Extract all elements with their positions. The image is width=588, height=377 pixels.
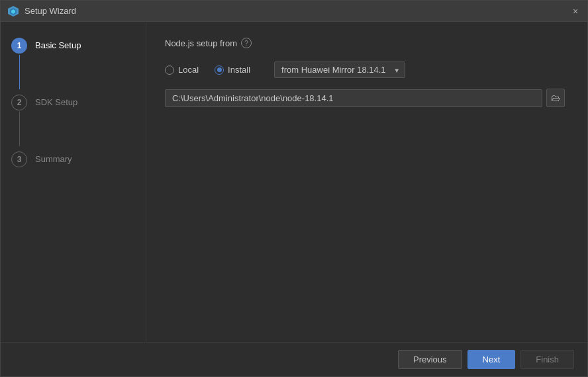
radio-install[interactable]: Install [215, 65, 250, 75]
path-input[interactable] [165, 89, 542, 107]
radio-install-label: Install [228, 65, 250, 75]
step-2-connector [19, 112, 20, 146]
setup-wizard-window: Setup Wizard × 1 Basic Setup 2 [0, 0, 588, 377]
step-1-connector [19, 55, 20, 89]
finish-button[interactable]: Finish [520, 350, 574, 369]
radio-local-outer [165, 65, 174, 75]
sidebar-item-sdk-setup[interactable]: 2 SDK Setup [1, 92, 146, 149]
radio-install-outer [215, 65, 224, 75]
radio-local-label: Local [178, 65, 199, 75]
titlebar: Setup Wizard × [1, 1, 587, 22]
section-title-text: Node.js setup from [165, 38, 237, 48]
step-2-left: 2 [11, 95, 27, 146]
path-row: 🗁 [165, 89, 569, 107]
mirror-select[interactable]: from Huawei Mirror 18.14.1 from Official… [274, 62, 405, 78]
mirror-select-wrap: from Huawei Mirror 18.14.1 from Official… [274, 62, 405, 78]
step-1-left: 1 [11, 38, 27, 89]
content-area: Node.js setup from ? Local Install [146, 22, 587, 342]
step-1-circle: 1 [11, 38, 27, 54]
footer: Previous Next Finish [1, 342, 587, 376]
help-icon[interactable]: ? [241, 38, 252, 48]
close-button[interactable]: × [570, 6, 581, 17]
titlebar-title: Setup Wizard [24, 6, 570, 16]
step-3-label: Summary [35, 151, 72, 164]
section-title-row: Node.js setup from ? [165, 38, 569, 48]
next-button[interactable]: Next [467, 350, 516, 369]
radio-local[interactable]: Local [165, 65, 199, 75]
main-content: 1 Basic Setup 2 SDK Setup [1, 22, 587, 342]
sidebar: 1 Basic Setup 2 SDK Setup [1, 22, 146, 342]
source-radio-group: Local Install from Huawei Mirror 18.14.1… [165, 62, 569, 78]
step-2-label: SDK Setup [35, 95, 77, 107]
sidebar-item-summary[interactable]: 3 Summary [1, 149, 146, 170]
app-logo-icon [7, 5, 19, 17]
previous-button[interactable]: Previous [398, 350, 462, 369]
sidebar-item-basic-setup[interactable]: 1 Basic Setup [1, 35, 146, 92]
step-2-circle: 2 [11, 95, 27, 110]
radio-install-dot [217, 67, 222, 72]
folder-icon: 🗁 [551, 93, 560, 103]
browse-folder-button[interactable]: 🗁 [546, 89, 565, 107]
step-3-left: 3 [11, 151, 27, 167]
mirror-select-wrapper: from Huawei Mirror 18.14.1 from Official… [274, 62, 405, 78]
step-3-circle: 3 [11, 151, 27, 167]
step-1-label: Basic Setup [35, 38, 81, 50]
